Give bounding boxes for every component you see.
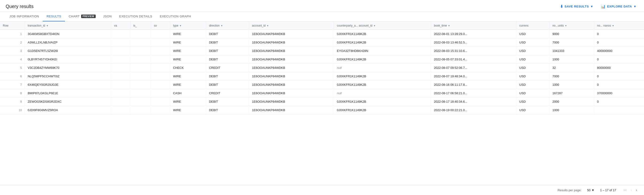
tab-job-information[interactable]: JOB INFORMATION <box>6 12 43 21</box>
table-cell: DEBIT <box>206 55 249 64</box>
sort-icon: ▼ <box>221 25 223 27</box>
table-cell <box>130 30 151 38</box>
table-cell <box>130 98 151 106</box>
table-cell: USD <box>516 38 550 47</box>
table-cell: 0J0XKFR1K1149K2B <box>334 55 431 64</box>
explore-data-button[interactable]: 📊 EXPLORE DATA ▼ <box>599 3 638 10</box>
sort-icon: ▼ <box>373 25 376 27</box>
table-cell <box>594 106 644 114</box>
tab-json[interactable]: JSON <box>100 12 116 21</box>
table-cell: CREDIT <box>206 89 249 98</box>
table-row: 40LBYRT457YDH0KEIWIREDEBIT1E6OOAUNKP84WD… <box>0 55 644 64</box>
table-cell: WIRE <box>170 55 206 64</box>
table-cell: DEBIT <box>206 81 249 89</box>
table-cell: BMIP87LGKGLP6E1E <box>24 89 111 98</box>
table-cell: 1E6OOAUNKP84WDKB <box>249 30 334 38</box>
table-row: 6NLQ5MPF5CCHWT0IZWIREDEBIT1E6OOAUNKP84WD… <box>0 72 644 81</box>
table-cell <box>151 38 170 47</box>
table-cell <box>151 98 170 106</box>
table-cell: USD <box>516 64 550 72</box>
table-cell: USD <box>516 106 550 114</box>
table-cell: 2022-08-17 06:58:21.0... <box>431 89 516 98</box>
col-header-direction[interactable]: direction▼ <box>206 22 249 30</box>
col-header-row: Row <box>0 22 24 30</box>
table-row: 76X46QEY0GR29JG3EWIREDEBIT1E6OOAUNKP84WD… <box>0 81 644 89</box>
explore-icon: 📊 <box>601 4 606 9</box>
col-header-type[interactable]: type▼ <box>170 22 206 30</box>
tab-execution-details[interactable]: EXECUTION DETAILS <box>116 12 156 21</box>
table-cell: 9 <box>0 98 24 106</box>
table-cell <box>151 89 170 98</box>
table-cell <box>130 89 151 98</box>
table-cell: 7000 <box>550 38 594 47</box>
table-cell: 0J0XKFR1K1149K2B <box>334 81 431 89</box>
table-cell: CASH <box>170 89 206 98</box>
col-header-is: is_ <box>130 22 151 30</box>
table-cell: WIRE <box>170 106 206 114</box>
table-cell: 3 <box>0 47 24 55</box>
table-cell: 0 <box>594 38 644 47</box>
col-header-counterparty[interactable]: counterparty_a... account_id▼ <box>334 22 431 30</box>
table-cell: 7 <box>0 81 24 89</box>
table-cell: WIRE <box>170 38 206 47</box>
col-header-so: so <box>151 22 170 30</box>
table-cell: CREDIT <box>206 64 249 72</box>
page-title: Query results <box>6 4 34 9</box>
table-cell: null <box>334 64 431 72</box>
table-cell <box>111 89 130 98</box>
table-row: 3G1D5EN7RTL5ZW26IWIREDEBIT1E6OOAUNKP84WD… <box>0 47 644 55</box>
tab-results[interactable]: RESULTS <box>43 12 65 21</box>
table-cell: DEBIT <box>206 30 249 38</box>
table-row: 8BMIP87LGKGLP6E1ECASHCREDIT1E6OOAUNKP84W… <box>0 89 644 98</box>
table-cell <box>130 81 151 89</box>
table-cell: 0J0XKFR1K1149K2B <box>334 38 431 47</box>
table-cell: ZEWOG5KDS8GR2DXC <box>24 98 111 106</box>
table-cell: USD <box>516 81 550 89</box>
table-cell: 0J0XKFR1K1149K2B <box>334 72 431 81</box>
table-cell <box>111 64 130 72</box>
table-cell: 2022-08-07 19:48:34.0... <box>431 72 516 81</box>
table-cell <box>130 47 151 55</box>
tab-chart[interactable]: CHART PREVIEW <box>65 12 100 21</box>
table-cell <box>111 47 130 55</box>
table-cell: WIRE <box>170 81 206 89</box>
table-cell: 0 <box>594 98 644 106</box>
sort-icon: ▼ <box>448 25 450 27</box>
sort-icon: ▼ <box>266 25 269 27</box>
tab-execution-graph[interactable]: EXECUTION GRAPH <box>156 12 195 21</box>
table-cell <box>111 98 130 106</box>
table-cell <box>111 55 130 64</box>
table-cell: 1000 <box>550 106 594 114</box>
col-header-transaction-id[interactable]: transaction_id▼ <box>24 22 111 30</box>
table-cell: USD <box>516 47 550 55</box>
table-cell <box>130 64 151 72</box>
col-header-no-nanos[interactable]: no... nanos▼ <box>594 22 644 30</box>
header-actions: ⬇ SAVE RESULTS ▼ 📊 EXPLORE DATA ▼ <box>558 3 638 10</box>
table-cell <box>151 72 170 81</box>
table-cell: 0J0XKFR1K1149K2B <box>334 106 431 114</box>
table-cell: 1 <box>0 30 24 38</box>
table-cell <box>111 38 130 47</box>
table-cell: 4 <box>0 55 24 64</box>
explore-dropdown-icon: ▼ <box>634 5 636 8</box>
table-cell: USD <box>516 72 550 81</box>
table-cell: V3C2DB4ZYMW69K70 <box>24 64 111 72</box>
col-header-no-units[interactable]: no...units▼ <box>550 22 594 30</box>
table-cell: DEBIT <box>206 106 249 114</box>
table-cell: DEBIT <box>206 47 249 55</box>
save-results-button[interactable]: ⬇ SAVE RESULTS ▼ <box>558 3 596 10</box>
table-cell <box>130 55 151 64</box>
table-cell <box>111 106 130 114</box>
sort-icon: ▼ <box>180 25 182 27</box>
chart-tab-label: CHART <box>69 15 80 18</box>
table-cell: 400000000 <box>594 47 644 55</box>
table-row: 100JDI9F8G6MVZ5ROAWIREDEBIT1E6OOAUNKP84W… <box>0 106 644 114</box>
save-dropdown-icon: ▼ <box>590 5 593 8</box>
col-header-account-id[interactable]: account_id▼ <box>249 22 334 30</box>
col-header-book-time[interactable]: book_time▼ <box>431 22 516 30</box>
table-cell <box>151 106 170 114</box>
table-cell: NLQ5MPF5CCHWT0IZ <box>24 72 111 81</box>
table-cell: 2022-08-07 09:52:06.7... <box>431 64 516 72</box>
table-cell: G1D5EN7RTL5ZW26I <box>24 47 111 55</box>
table-cell: USD <box>516 98 550 106</box>
